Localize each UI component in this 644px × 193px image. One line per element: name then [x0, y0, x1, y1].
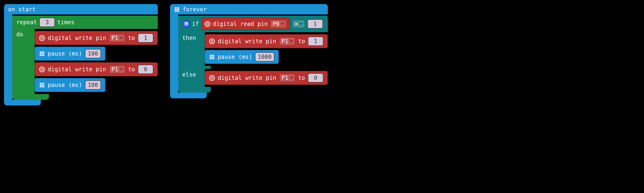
if-foot: [178, 87, 211, 93]
on-start-hat[interactable]: on start: [4, 4, 158, 14]
digital-read-label: digital read pin: [213, 20, 268, 27]
digital-write-block[interactable]: digital write pin P1 to 0: [35, 62, 158, 76]
value-input[interactable]: 1: [308, 37, 323, 46]
compare-op-dropdown[interactable]: =: [292, 20, 305, 28]
pause-label: pause (ms): [48, 50, 82, 57]
to-label: to: [128, 35, 135, 41]
compare-value-input[interactable]: 1: [308, 19, 323, 28]
digital-write-label: digital write pin: [218, 38, 276, 45]
on-start-foot: [4, 100, 41, 105]
value-input[interactable]: 100: [85, 49, 101, 58]
digital-read-block[interactable]: digital read pin P0: [202, 18, 290, 30]
digital-write-label: digital write pin: [218, 74, 276, 81]
then-rail: then: [178, 32, 205, 66]
do-rail: do: [12, 29, 35, 94]
value-input[interactable]: 1000: [255, 52, 274, 61]
target-icon: [39, 67, 45, 72]
if-mid: [178, 66, 211, 69]
digital-write-block[interactable]: digital write pin P1 to 1: [35, 31, 158, 45]
repeat-count-input[interactable]: 3: [39, 18, 55, 27]
pin-dropdown[interactable]: P1: [279, 37, 296, 45]
else-label: else: [182, 71, 196, 78]
on-start-stack[interactable]: on start repeat 3 times do: [4, 4, 158, 105]
grid-icon: [174, 7, 180, 12]
value-input[interactable]: 0: [308, 73, 323, 82]
on-start-label: on start: [8, 6, 36, 13]
grid-icon: [209, 54, 215, 60]
target-icon: [209, 38, 215, 44]
value-input[interactable]: 0: [138, 65, 153, 74]
repeat-body: digital write pin P1 to 1 pause (ms) 100: [35, 29, 158, 94]
pin-dropdown[interactable]: P1: [109, 65, 126, 73]
to-label: to: [128, 66, 135, 73]
target-icon: [39, 35, 45, 41]
repeat-block[interactable]: repeat 3 times: [12, 16, 158, 29]
then-body: digital write pin P1 to 1 pause (ms) 100…: [205, 32, 328, 66]
forever-stack[interactable]: forever if digital read pin P0 =: [170, 4, 328, 98]
pin-dropdown[interactable]: P0: [270, 20, 286, 28]
pause-block[interactable]: pause (ms) 100: [35, 78, 106, 92]
pause-block[interactable]: pause (ms) 1000: [205, 50, 279, 64]
grid-icon: [39, 51, 45, 57]
pin-dropdown[interactable]: P1: [279, 74, 296, 82]
digital-write-label: digital write pin: [48, 35, 106, 41]
to-label: to: [298, 74, 305, 81]
do-label: do: [16, 31, 23, 38]
if-label: if: [192, 20, 199, 27]
target-icon: [209, 75, 215, 81]
forever-hat[interactable]: forever: [170, 4, 328, 14]
forever-rail: [170, 14, 178, 93]
forever-foot: [170, 93, 207, 98]
gear-icon[interactable]: [182, 20, 190, 28]
if-block[interactable]: if digital read pin P0 = 1: [178, 16, 328, 32]
value-input[interactable]: 100: [85, 80, 101, 90]
times-label: times: [57, 19, 74, 26]
else-body: digital write pin P1 to 0: [205, 69, 328, 87]
digital-write-label: digital write pin: [48, 66, 106, 73]
digital-write-block[interactable]: digital write pin P1 to 1: [205, 34, 328, 48]
on-start-rail: [4, 14, 12, 100]
pause-label: pause (ms): [48, 82, 82, 88]
grid-icon: [39, 82, 45, 88]
pause-block[interactable]: pause (ms) 100: [35, 47, 106, 61]
forever-label: forever: [183, 6, 207, 13]
else-rail: else: [178, 69, 205, 87]
then-label: then: [182, 35, 196, 41]
to-label: to: [298, 38, 305, 45]
digital-write-block[interactable]: digital write pin P1 to 0: [205, 71, 328, 85]
target-icon: [205, 21, 210, 27]
pin-dropdown[interactable]: P1: [109, 34, 126, 42]
value-input[interactable]: 1: [138, 33, 153, 42]
pause-label: pause (ms): [218, 53, 252, 60]
repeat-foot: [12, 94, 49, 100]
repeat-label: repeat: [16, 19, 37, 26]
